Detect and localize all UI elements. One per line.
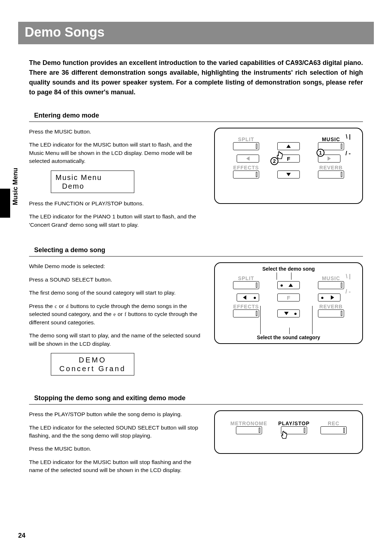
f-label: F (287, 156, 290, 162)
music-label-2: MUSIC (318, 275, 344, 281)
section2-p5: The demo song will start to play, and th… (29, 332, 203, 348)
section2-p2: Press a SOUND SELECT button. (29, 276, 203, 284)
effects-button-2 (233, 309, 259, 317)
intro-paragraph: The Demo function provides an excellent … (18, 58, 374, 97)
effects-button (233, 171, 259, 178)
lcd1-line1: Music Menu (56, 173, 130, 182)
token-f: f (124, 311, 127, 318)
hand-icon-2 (279, 430, 290, 441)
section2-p1: While Demo mode is selected: (29, 262, 203, 270)
right-button-2 (318, 294, 340, 301)
section1-p4: The LED indicator for the PIANO 1 button… (29, 213, 203, 229)
page-title: Demo Songs (25, 25, 105, 40)
section2-heading: Selecting a demo song (29, 246, 363, 257)
section3-p2: The LED indicator for the selected SOUND… (29, 424, 203, 440)
flash-marks-1: \ | (346, 134, 351, 140)
button-panel-3: METRONOME PLAY/STOP REC (214, 410, 363, 454)
section3-p3: Press the MUSIC button. (29, 445, 203, 453)
split-button-2 (233, 281, 259, 289)
f-button: F 2 (277, 155, 300, 163)
effects-label: EFFECTS (233, 165, 259, 171)
lcd1-line2: Demo (56, 182, 130, 190)
music-button-2 (318, 281, 344, 289)
press-badge-1: 1 (317, 149, 324, 157)
down-button-2 (277, 309, 300, 317)
section1-heading: Entering demo mode (29, 112, 363, 122)
lcd2-line2: Concert Grand (56, 364, 130, 373)
side-section-label: Music Menu (12, 150, 19, 223)
f-button-2: F (277, 294, 300, 301)
lcd-display-2: DEMO Concert Grand (51, 353, 134, 376)
flash-marks-3: \ | (346, 273, 351, 280)
section1-p1: Press the MUSIC button. (29, 128, 203, 136)
section2-p4: Press the c or d buttons to cycle throug… (29, 302, 203, 327)
down-button (277, 171, 300, 178)
reverb-button-2 (318, 309, 344, 317)
button-panel-2: Select the demo song SPLIT X MUSIC (214, 262, 363, 344)
token-e: e (113, 311, 116, 318)
reverb-button (318, 171, 344, 178)
token-c: c (54, 303, 57, 310)
split-label: SPLIT (233, 136, 259, 142)
section2-p3: The first demo song of the sound categor… (29, 289, 203, 297)
lcd2-line1: DEMO (56, 356, 130, 364)
section3-heading: Stopping the demo song and exiting demo … (29, 394, 363, 405)
page-number: 24 (18, 532, 25, 539)
page-title-bar: Demo Songs (18, 22, 374, 44)
button-panel-1: SPLIT X MUSIC 1 \ | / - F (214, 128, 363, 204)
split-button (233, 142, 259, 150)
caption-bottom: Select the sound category (215, 335, 362, 340)
section3-p4: The LED indicator for the MUSIC button w… (29, 458, 203, 475)
section3-p1: Press the PLAY/STOP button while the son… (29, 410, 203, 418)
metronome-button (236, 426, 262, 434)
reverb-label: REVERB (318, 165, 344, 171)
playstop-label: PLAY/STOP (278, 420, 310, 426)
metronome-label: METRONOME (230, 420, 268, 426)
music-label: MUSIC (318, 136, 344, 142)
split-label-2: SPLIT (233, 275, 259, 281)
lcd-display-1: Music Menu Demo (51, 171, 134, 193)
effects-label-2: EFFECTS (233, 304, 259, 309)
up-button (277, 142, 300, 150)
up-button-2 (277, 281, 300, 289)
rec-button (320, 426, 347, 434)
press-badge-2: 2 (270, 157, 278, 165)
reverb-label-2: REVERB (318, 304, 344, 309)
section1-p3: Press the FUNCTION or PLAY/STOP buttons. (29, 200, 203, 208)
side-tab-black (0, 189, 10, 218)
left-button-2 (237, 294, 259, 301)
left-button (237, 155, 259, 163)
caption-top: Select the demo song (215, 266, 362, 272)
rec-label: REC (320, 420, 347, 426)
section1-p2: The LED indicator for the MUSIC button w… (29, 141, 203, 165)
playstop-button (281, 426, 307, 434)
